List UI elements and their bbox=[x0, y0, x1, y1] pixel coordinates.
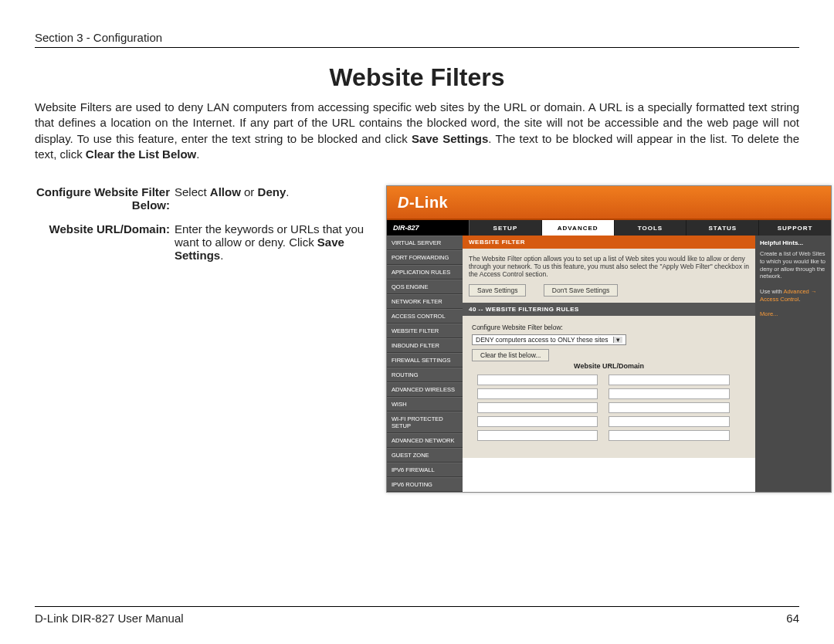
intro-text3: . bbox=[196, 147, 199, 161]
sidebar-item[interactable]: FIREWALL SETTINGS bbox=[387, 353, 463, 368]
sidebar-item[interactable]: IPV6 FIREWALL bbox=[387, 463, 463, 477]
model-label: DIR-827 bbox=[387, 220, 470, 236]
def-label-configure: Configure Website Filter Below: bbox=[35, 185, 175, 212]
tab-support[interactable]: SUPPORT bbox=[759, 220, 831, 236]
t: . bbox=[798, 296, 800, 303]
intro-bold-save: Save Settings bbox=[412, 132, 488, 145]
url-input[interactable] bbox=[609, 388, 729, 399]
t: . bbox=[220, 249, 223, 262]
sidebar-item[interactable]: NETWORK FILTER bbox=[387, 294, 463, 309]
sidebar-item[interactable]: WEBSITE FILTER bbox=[387, 324, 463, 338]
sidebar-item[interactable]: QOS ENGINE bbox=[387, 280, 463, 294]
hints-panel: Helpful Hints... Create a list of Web Si… bbox=[755, 236, 831, 492]
select-value: DENY computers access to ONLY these site… bbox=[476, 336, 609, 344]
url-input[interactable] bbox=[477, 402, 598, 413]
def-label-url: Website URL/Domain: bbox=[35, 222, 175, 262]
sidebar-item[interactable]: WISH bbox=[387, 397, 463, 412]
router-sidebar: VIRTUAL SERVER PORT FORWARDING APPLICATI… bbox=[387, 236, 463, 492]
sidebar-item[interactable]: INBOUND FILTER bbox=[387, 338, 463, 353]
sidebar-item[interactable]: ROUTING bbox=[387, 368, 463, 382]
footer-left: D-Link DIR-827 User Manual bbox=[35, 612, 184, 625]
cancel-button[interactable]: Don't Save Settings bbox=[544, 284, 618, 297]
hints-title: Helpful Hints... bbox=[755, 236, 831, 250]
sidebar-item[interactable]: IPV6 ROUTING bbox=[387, 477, 463, 492]
nav-row: DIR-827 SETUP ADVANCED TOOLS STATUS SUPP… bbox=[387, 220, 831, 236]
url-input[interactable] bbox=[477, 375, 598, 385]
intro-paragraph: Website Filters are used to deny LAN com… bbox=[35, 100, 799, 162]
router-content: WEBSITE FILTER The Website Filter option… bbox=[463, 236, 755, 492]
url-input[interactable] bbox=[477, 416, 598, 427]
section-header: Section 3 - Configuration bbox=[35, 31, 799, 48]
sidebar-item[interactable]: WI-FI PROTECTED SETUP bbox=[387, 412, 463, 433]
sidebar-item[interactable]: GUEST ZONE bbox=[387, 448, 463, 463]
brand-bar: D-Link bbox=[387, 186, 831, 220]
t: or bbox=[241, 185, 258, 198]
url-input[interactable] bbox=[609, 416, 729, 427]
bold-allow: Allow bbox=[210, 185, 241, 198]
bold-deny: Deny bbox=[258, 185, 286, 198]
t: . bbox=[286, 185, 289, 198]
sidebar-item[interactable]: ADVANCED NETWORK bbox=[387, 433, 463, 448]
page-footer: D-Link DIR-827 User Manual 64 bbox=[35, 606, 799, 625]
brand-logo: D-Link bbox=[398, 194, 448, 212]
tab-status[interactable]: STATUS bbox=[687, 220, 759, 236]
clear-list-button[interactable]: Clear the list below... bbox=[472, 349, 549, 361]
intro-bold-clear: Clear the List Below bbox=[86, 147, 196, 161]
url-input[interactable] bbox=[477, 388, 598, 399]
panel-title: WEBSITE FILTER bbox=[463, 236, 755, 249]
definitions-column: Configure Website Filter Below: Select A… bbox=[35, 185, 386, 493]
tab-advanced[interactable]: ADVANCED bbox=[542, 220, 615, 236]
chevron-down-icon: ▾ bbox=[613, 337, 622, 344]
hints-text: Create a list of Web Sites to which you … bbox=[760, 250, 826, 280]
router-screenshot: D-Link DIR-827 SETUP ADVANCED TOOLS STAT… bbox=[386, 185, 832, 493]
sidebar-item[interactable]: VIRTUAL SERVER bbox=[387, 236, 463, 250]
sidebar-item[interactable]: ADVANCED WIRELESS bbox=[387, 382, 463, 397]
url-input[interactable] bbox=[609, 430, 729, 441]
hints-text2: Use with Advanced → Access Control. bbox=[760, 288, 826, 303]
url-input[interactable] bbox=[477, 430, 598, 441]
hints-more-link[interactable]: More... bbox=[760, 310, 826, 318]
tab-tools[interactable]: TOOLS bbox=[615, 220, 687, 236]
panel-text: The Website Filter option allows you to … bbox=[469, 255, 749, 278]
filter-select[interactable]: DENY computers access to ONLY these site… bbox=[472, 334, 626, 345]
footer-page-number: 64 bbox=[786, 612, 799, 625]
sidebar-item[interactable]: PORT FORWARDING bbox=[387, 250, 463, 265]
t: Use with bbox=[760, 288, 783, 295]
url-input[interactable] bbox=[609, 402, 729, 413]
panel-body: The Website Filter option allows you to … bbox=[463, 249, 755, 303]
def-value-configure: Select Allow or Deny. bbox=[175, 185, 386, 212]
sidebar-item[interactable]: APPLICATION RULES bbox=[387, 265, 463, 280]
page-title: Website Filters bbox=[35, 63, 799, 92]
url-input-grid bbox=[472, 373, 746, 442]
url-input[interactable] bbox=[609, 375, 729, 385]
tab-setup[interactable]: SETUP bbox=[470, 220, 542, 236]
sidebar-item[interactable]: ACCESS CONTROL bbox=[387, 309, 463, 324]
rules-title: 40 -- WEBSITE FILTERING RULES bbox=[463, 303, 755, 316]
t: Select bbox=[175, 185, 210, 198]
def-value-url: Enter the keywords or URLs that you want… bbox=[175, 222, 386, 262]
save-button[interactable]: Save Settings bbox=[469, 284, 526, 297]
configure-label: Configure Website Filter below: bbox=[472, 324, 746, 331]
